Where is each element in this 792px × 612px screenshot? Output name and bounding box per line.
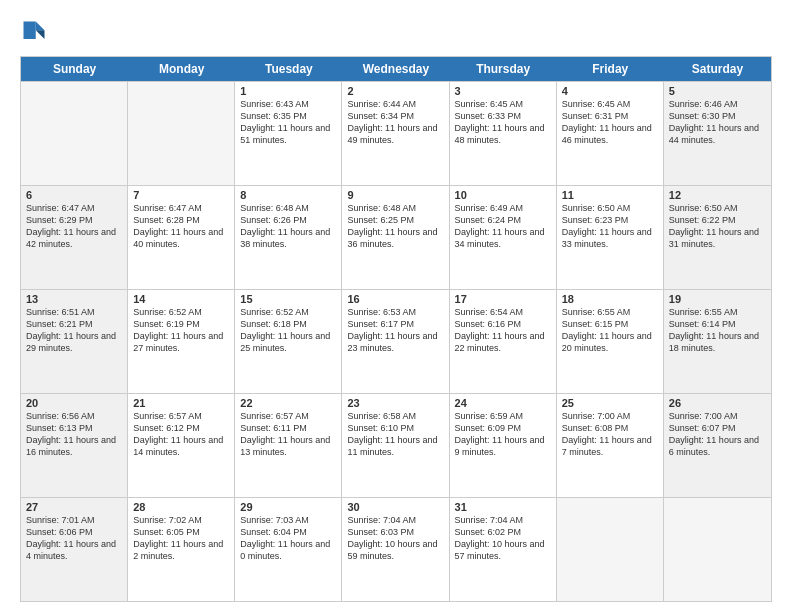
cell-info: Sunrise: 6:58 AM Sunset: 6:10 PM Dayligh… [347,410,443,459]
day-number: 20 [26,397,122,409]
calendar-cell: 21Sunrise: 6:57 AM Sunset: 6:12 PM Dayli… [128,394,235,497]
calendar-cell [21,82,128,185]
svg-marker-0 [36,22,45,31]
calendar-cell: 14Sunrise: 6:52 AM Sunset: 6:19 PM Dayli… [128,290,235,393]
logo [20,18,52,46]
day-number: 30 [347,501,443,513]
weekday-header: Sunday [21,57,128,81]
day-number: 18 [562,293,658,305]
calendar-cell [128,82,235,185]
weekday-header: Tuesday [235,57,342,81]
svg-marker-1 [36,30,45,39]
day-number: 25 [562,397,658,409]
logo-icon [20,18,48,46]
day-number: 24 [455,397,551,409]
calendar-cell: 12Sunrise: 6:50 AM Sunset: 6:22 PM Dayli… [664,186,771,289]
day-number: 23 [347,397,443,409]
calendar-body: 1Sunrise: 6:43 AM Sunset: 6:35 PM Daylig… [21,81,771,601]
cell-info: Sunrise: 7:03 AM Sunset: 6:04 PM Dayligh… [240,514,336,563]
cell-info: Sunrise: 6:51 AM Sunset: 6:21 PM Dayligh… [26,306,122,355]
calendar-cell: 8Sunrise: 6:48 AM Sunset: 6:26 PM Daylig… [235,186,342,289]
cell-info: Sunrise: 6:46 AM Sunset: 6:30 PM Dayligh… [669,98,766,147]
day-number: 17 [455,293,551,305]
day-number: 11 [562,189,658,201]
cell-info: Sunrise: 6:54 AM Sunset: 6:16 PM Dayligh… [455,306,551,355]
day-number: 26 [669,397,766,409]
day-number: 8 [240,189,336,201]
calendar-cell: 15Sunrise: 6:52 AM Sunset: 6:18 PM Dayli… [235,290,342,393]
day-number: 19 [669,293,766,305]
day-number: 10 [455,189,551,201]
cell-info: Sunrise: 6:52 AM Sunset: 6:19 PM Dayligh… [133,306,229,355]
day-number: 21 [133,397,229,409]
header [20,18,772,46]
calendar-row: 6Sunrise: 6:47 AM Sunset: 6:29 PM Daylig… [21,185,771,289]
calendar-cell: 25Sunrise: 7:00 AM Sunset: 6:08 PM Dayli… [557,394,664,497]
cell-info: Sunrise: 7:04 AM Sunset: 6:03 PM Dayligh… [347,514,443,563]
cell-info: Sunrise: 6:57 AM Sunset: 6:11 PM Dayligh… [240,410,336,459]
day-number: 4 [562,85,658,97]
cell-info: Sunrise: 7:01 AM Sunset: 6:06 PM Dayligh… [26,514,122,563]
cell-info: Sunrise: 6:53 AM Sunset: 6:17 PM Dayligh… [347,306,443,355]
day-number: 16 [347,293,443,305]
calendar-cell: 17Sunrise: 6:54 AM Sunset: 6:16 PM Dayli… [450,290,557,393]
day-number: 13 [26,293,122,305]
calendar-row: 20Sunrise: 6:56 AM Sunset: 6:13 PM Dayli… [21,393,771,497]
day-number: 3 [455,85,551,97]
cell-info: Sunrise: 6:49 AM Sunset: 6:24 PM Dayligh… [455,202,551,251]
calendar-cell: 26Sunrise: 7:00 AM Sunset: 6:07 PM Dayli… [664,394,771,497]
cell-info: Sunrise: 6:45 AM Sunset: 6:33 PM Dayligh… [455,98,551,147]
weekday-header: Monday [128,57,235,81]
cell-info: Sunrise: 6:45 AM Sunset: 6:31 PM Dayligh… [562,98,658,147]
calendar-cell: 23Sunrise: 6:58 AM Sunset: 6:10 PM Dayli… [342,394,449,497]
calendar-cell: 19Sunrise: 6:55 AM Sunset: 6:14 PM Dayli… [664,290,771,393]
calendar-cell: 20Sunrise: 6:56 AM Sunset: 6:13 PM Dayli… [21,394,128,497]
calendar-cell: 31Sunrise: 7:04 AM Sunset: 6:02 PM Dayli… [450,498,557,601]
weekday-header: Wednesday [342,57,449,81]
day-number: 6 [26,189,122,201]
cell-info: Sunrise: 6:59 AM Sunset: 6:09 PM Dayligh… [455,410,551,459]
calendar-cell: 18Sunrise: 6:55 AM Sunset: 6:15 PM Dayli… [557,290,664,393]
weekday-header: Thursday [450,57,557,81]
calendar-cell: 22Sunrise: 6:57 AM Sunset: 6:11 PM Dayli… [235,394,342,497]
calendar-cell: 5Sunrise: 6:46 AM Sunset: 6:30 PM Daylig… [664,82,771,185]
day-number: 2 [347,85,443,97]
cell-info: Sunrise: 6:50 AM Sunset: 6:22 PM Dayligh… [669,202,766,251]
calendar-cell: 2Sunrise: 6:44 AM Sunset: 6:34 PM Daylig… [342,82,449,185]
calendar-cell [557,498,664,601]
weekday-header: Friday [557,57,664,81]
cell-info: Sunrise: 6:52 AM Sunset: 6:18 PM Dayligh… [240,306,336,355]
calendar-cell [664,498,771,601]
calendar-cell: 1Sunrise: 6:43 AM Sunset: 6:35 PM Daylig… [235,82,342,185]
day-number: 1 [240,85,336,97]
cell-info: Sunrise: 6:56 AM Sunset: 6:13 PM Dayligh… [26,410,122,459]
calendar-cell: 11Sunrise: 6:50 AM Sunset: 6:23 PM Dayli… [557,186,664,289]
day-number: 7 [133,189,229,201]
calendar-cell: 7Sunrise: 6:47 AM Sunset: 6:28 PM Daylig… [128,186,235,289]
calendar-cell: 30Sunrise: 7:04 AM Sunset: 6:03 PM Dayli… [342,498,449,601]
calendar-cell: 4Sunrise: 6:45 AM Sunset: 6:31 PM Daylig… [557,82,664,185]
day-number: 28 [133,501,229,513]
day-number: 15 [240,293,336,305]
calendar-cell: 6Sunrise: 6:47 AM Sunset: 6:29 PM Daylig… [21,186,128,289]
day-number: 9 [347,189,443,201]
cell-info: Sunrise: 7:02 AM Sunset: 6:05 PM Dayligh… [133,514,229,563]
calendar-cell: 16Sunrise: 6:53 AM Sunset: 6:17 PM Dayli… [342,290,449,393]
cell-info: Sunrise: 6:47 AM Sunset: 6:28 PM Dayligh… [133,202,229,251]
cell-info: Sunrise: 6:44 AM Sunset: 6:34 PM Dayligh… [347,98,443,147]
cell-info: Sunrise: 6:55 AM Sunset: 6:14 PM Dayligh… [669,306,766,355]
cell-info: Sunrise: 6:57 AM Sunset: 6:12 PM Dayligh… [133,410,229,459]
cell-info: Sunrise: 6:55 AM Sunset: 6:15 PM Dayligh… [562,306,658,355]
calendar: SundayMondayTuesdayWednesdayThursdayFrid… [20,56,772,602]
cell-info: Sunrise: 6:50 AM Sunset: 6:23 PM Dayligh… [562,202,658,251]
calendar-header: SundayMondayTuesdayWednesdayThursdayFrid… [21,57,771,81]
svg-rect-2 [24,22,36,40]
calendar-cell: 3Sunrise: 6:45 AM Sunset: 6:33 PM Daylig… [450,82,557,185]
page: SundayMondayTuesdayWednesdayThursdayFrid… [0,0,792,612]
calendar-row: 13Sunrise: 6:51 AM Sunset: 6:21 PM Dayli… [21,289,771,393]
calendar-cell: 9Sunrise: 6:48 AM Sunset: 6:25 PM Daylig… [342,186,449,289]
calendar-cell: 29Sunrise: 7:03 AM Sunset: 6:04 PM Dayli… [235,498,342,601]
calendar-cell: 10Sunrise: 6:49 AM Sunset: 6:24 PM Dayli… [450,186,557,289]
cell-info: Sunrise: 7:00 AM Sunset: 6:07 PM Dayligh… [669,410,766,459]
day-number: 27 [26,501,122,513]
